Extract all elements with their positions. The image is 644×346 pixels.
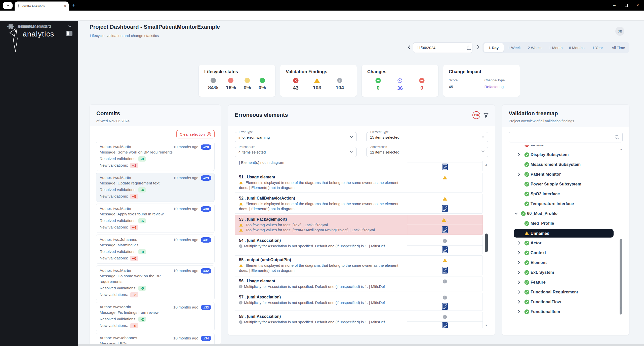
- validation-stat: 43: [293, 78, 299, 91]
- finding-message: Element is displayed in none of the diag…: [239, 201, 403, 211]
- tab-search-button[interactable]: [3, 2, 13, 9]
- time-range-button[interactable]: All Time: [608, 43, 628, 52]
- tree-item[interactable]: Context: [509, 248, 617, 258]
- added-icon: [375, 78, 381, 83]
- commit-card[interactable]: Author: twc:Martin Message: Some work on…: [96, 142, 215, 171]
- erroneous-row[interactable]: 51 . Usage element Element is displayed …: [235, 173, 483, 193]
- new-validations-badge: +0: [130, 256, 138, 261]
- tree-item[interactable]: 60_Med_Profile: [509, 209, 617, 218]
- search-input[interactable]: [509, 132, 622, 142]
- scroll-up-icon[interactable]: ▲: [485, 163, 488, 166]
- chevron-right-icon[interactable]: [518, 251, 520, 255]
- diagram-icon: [442, 246, 448, 253]
- time-range-button[interactable]: 6 Months: [567, 43, 587, 52]
- filter-select[interactable]: Element Type 15 items selected: [366, 132, 488, 142]
- sidebar-item[interactable]: ⚙ Admin: [0, 21, 78, 32]
- erroneous-row[interactable]: 57 . (uml:Association) Multiplicity for …: [235, 293, 483, 311]
- chevron-right-icon[interactable]: [518, 153, 520, 157]
- chevron-right-icon[interactable]: [518, 280, 520, 284]
- tree-item[interactable]: FunctionalFlow: [509, 297, 617, 307]
- new-tab-button[interactable]: +: [72, 2, 75, 8]
- time-range-button[interactable]: 1 Day: [484, 43, 504, 52]
- tree-item[interactable]: SpO2 Interface: [509, 189, 617, 199]
- date-next-button[interactable]: [475, 44, 480, 50]
- tree-item[interactable]: Ext. System: [509, 267, 617, 277]
- lifecycle-stat: 0%: [259, 78, 266, 91]
- chevron-right-icon[interactable]: [518, 172, 520, 176]
- page-subtitle: Lifecycle, validation and change statist…: [90, 33, 159, 38]
- element-title: 58 . (uml:Association): [239, 314, 403, 319]
- calendar-icon[interactable]: [467, 45, 471, 50]
- status-ok-icon: [524, 270, 529, 275]
- tree-item[interactable]: Power Supply Subsystem: [509, 179, 617, 189]
- chevron-right-icon[interactable]: [518, 290, 520, 294]
- tree-item-label: FunctionalFlow: [531, 299, 561, 304]
- date-prev-button[interactable]: [407, 44, 412, 50]
- commit-card[interactable]: Author: twc:Martin Message: Fix findings…: [96, 302, 215, 331]
- commit-author: twc:Johannes: [113, 336, 137, 340]
- time-range-button[interactable]: 1 Year: [587, 43, 608, 52]
- filter-funnel-icon[interactable]: [483, 112, 489, 118]
- treemap-panel-header: Validation treemap Project overview of a…: [502, 105, 629, 127]
- filter-select[interactable]: Abbreviation 12 items selected: [366, 147, 488, 157]
- date-input[interactable]: [417, 46, 467, 50]
- commit-card[interactable]: Author: twc:Martin Message: Do some work…: [96, 265, 215, 300]
- tree-item[interactable]: Temperature Interface: [509, 199, 617, 209]
- window-restore-button[interactable]: [625, 0, 628, 11]
- chevron-right-icon[interactable]: [518, 310, 520, 314]
- chevron-right-icon[interactable]: [518, 300, 520, 304]
- erroneous-scrollbar-thumb[interactable]: [485, 234, 488, 252]
- erroneous-row[interactable]: 52 . (uml:CallBehaviorAction) Element is…: [235, 194, 483, 214]
- filter-value: 12 items selected: [370, 150, 399, 154]
- filter-select[interactable]: Error Type info, error, warning: [235, 132, 357, 142]
- erroneous-row[interactable]: 56 . Usage element Multiplicity for Asso…: [235, 277, 483, 291]
- tab-close-icon[interactable]: ×: [64, 4, 66, 8]
- commit-card[interactable]: Author: twc:Martin Message: Apply fixes …: [96, 204, 215, 233]
- date-picker[interactable]: [413, 42, 472, 53]
- treemap-search[interactable]: [509, 132, 623, 142]
- time-range-button[interactable]: 1 Week: [504, 43, 524, 52]
- tree-item[interactable]: Med_Profile: [509, 218, 617, 228]
- browser-tab[interactable]: qwitto Analytics ×: [15, 2, 69, 11]
- clear-selection-button[interactable]: Clear selection: [176, 130, 215, 138]
- erroneous-row[interactable]: 54 . (uml:Association) Multiplicity for …: [235, 236, 483, 254]
- chevron-right-icon[interactable]: [518, 241, 520, 245]
- treemap-scrollbar-thumb[interactable]: [620, 239, 622, 315]
- commit-card[interactable]: Author: twc:Johannes Message: LEDs Resol…: [96, 333, 215, 345]
- tree-item[interactable]: Functional Requirement: [509, 287, 617, 297]
- tree-item[interactable]: FunctionalItem: [509, 307, 617, 317]
- commit-card[interactable]: Author: twc:Johannes Message: alarming v…: [96, 235, 215, 264]
- chevron-down-icon: [481, 136, 485, 138]
- window-close-button[interactable]: ×: [636, 0, 639, 11]
- time-range-button[interactable]: 2 Weeks: [525, 43, 545, 52]
- tree-item[interactable]: Element: [509, 258, 617, 267]
- chevron-right-icon[interactable]: [518, 271, 520, 274]
- tree-item[interactable]: 50 Lv1: [509, 145, 617, 150]
- status-ok-icon: [524, 250, 529, 255]
- erroneous-row[interactable]: 58 . (uml:Association) Multiplicity for …: [235, 312, 483, 328]
- scroll-up-icon[interactable]: ▲: [620, 147, 623, 151]
- commit-number-badge: #28: [201, 144, 211, 150]
- scroll-down-icon[interactable]: ▼: [619, 306, 622, 310]
- tree-item[interactable]: Measurement Subsystem: [509, 160, 617, 169]
- user-avatar[interactable]: JE: [615, 27, 624, 36]
- change-type-link[interactable]: Refactoring: [485, 85, 514, 89]
- commit-card[interactable]: Author: twc:Martin Message: Update requi…: [96, 173, 215, 202]
- chevron-down-icon[interactable]: [514, 212, 518, 215]
- tree-item[interactable]: Patient Monitor: [509, 169, 617, 179]
- tree-item[interactable]: Feature: [509, 277, 617, 287]
- scroll-down-icon[interactable]: ▼: [485, 324, 488, 327]
- search-icon: [615, 135, 619, 140]
- tree-item[interactable]: Unnamed: [514, 229, 614, 238]
- tree-item[interactable]: Display Subsystem: [509, 150, 617, 160]
- commit-time: 10 months ago: [173, 268, 198, 274]
- chevron-right-icon[interactable]: [518, 261, 520, 264]
- filter-select[interactable]: Parent Suite 4 items selected: [235, 147, 357, 157]
- erroneous-row[interactable]: 55 . output (uml:OutputPin) Element is d…: [235, 255, 483, 275]
- time-range-button[interactable]: 1 Month: [546, 43, 566, 52]
- window-minimize-button[interactable]: –: [613, 0, 616, 11]
- erroneous-row[interactable]: Element is displayed in none of the diag…: [235, 161, 483, 171]
- tree-item[interactable]: Actor: [509, 238, 617, 248]
- erroneous-row[interactable]: 53 . (uml:PackageImport) Too few tag val…: [235, 215, 483, 235]
- commit-time: 10 months ago: [173, 304, 198, 310]
